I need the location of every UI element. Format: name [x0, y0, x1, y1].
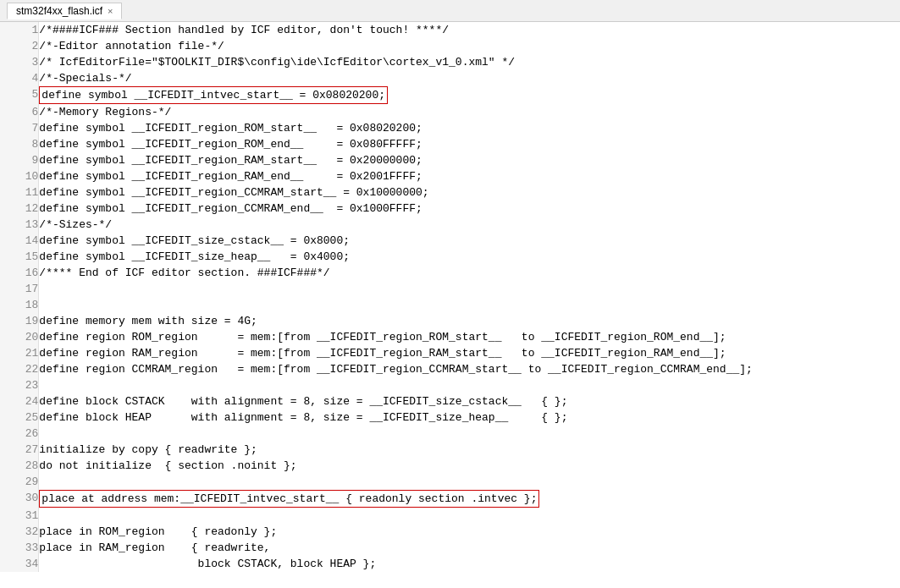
code-cell: define symbol __ICFEDIT_region_CCMRAM_st…: [39, 184, 900, 201]
code-row: 23: [0, 377, 900, 393]
code-row: 12define symbol __ICFEDIT_region_CCMRAM_…: [0, 201, 900, 217]
code-cell: define symbol __ICFEDIT_size_cstack__ = …: [39, 233, 900, 249]
code-row: 4/*-Specials-*/: [0, 70, 900, 86]
code-cell: [39, 297, 900, 313]
code-row: 29: [0, 474, 900, 490]
line-number: 20: [0, 329, 39, 345]
code-cell: block CSTACK, block HEAP };: [39, 556, 900, 572]
code-row: 33place in RAM_region { readwrite,: [0, 540, 900, 556]
code-cell: /* IcfEditorFile="$TOOLKIT_DIR$\config\i…: [39, 54, 900, 70]
code-row: 10define symbol __ICFEDIT_region_RAM_end…: [0, 168, 900, 184]
code-cell: define symbol __ICFEDIT_size_heap__ = 0x…: [39, 249, 900, 265]
boxed-line: place at address mem:__ICFEDIT_intvec_st…: [39, 490, 539, 508]
line-number: 29: [0, 474, 39, 490]
code-row: 19define memory mem with size = 4G;: [0, 313, 900, 329]
line-number: 7: [0, 120, 39, 136]
code-cell: place in RAM_region { readwrite,: [39, 540, 900, 556]
line-number: 2: [0, 38, 39, 54]
code-cell: place in ROM_region { readonly };: [39, 524, 900, 540]
line-number: 17: [0, 281, 39, 297]
line-number: 24: [0, 393, 39, 409]
line-number: 1: [0, 22, 39, 38]
title-bar: stm32f4xx_flash.icf ×: [0, 0, 900, 22]
code-cell: /**** End of ICF editor section. ###ICF#…: [39, 265, 900, 281]
code-row: 31: [0, 508, 900, 524]
code-cell: /*-Editor annotation file-*/: [39, 38, 900, 54]
code-row: 5define symbol __ICFEDIT_intvec_start__ …: [0, 86, 900, 104]
line-number: 32: [0, 524, 39, 540]
code-row: 24define block CSTACK with alignment = 8…: [0, 393, 900, 409]
line-number: 16: [0, 265, 39, 281]
editor-area: 1/*####ICF### Section handled by ICF edi…: [0, 22, 900, 572]
code-cell: initialize by copy { readwrite };: [39, 442, 900, 458]
line-number: 18: [0, 297, 39, 313]
code-row: 32place in ROM_region { readonly };: [0, 524, 900, 540]
code-cell: [39, 281, 900, 297]
code-row: 17: [0, 281, 900, 297]
code-cell: place at address mem:__ICFEDIT_intvec_st…: [39, 490, 900, 508]
code-row: 11define symbol __ICFEDIT_region_CCMRAM_…: [0, 184, 900, 201]
code-row: 28do not initialize { section .noinit };: [0, 458, 900, 474]
code-cell: [39, 377, 900, 393]
code-cell: define block HEAP with alignment = 8, si…: [39, 409, 900, 426]
code-cell: do not initialize { section .noinit };: [39, 458, 900, 474]
code-row: 22define region CCMRAM_region = mem:[fro…: [0, 361, 900, 377]
line-number: 5: [0, 86, 39, 104]
code-cell: define symbol __ICFEDIT_intvec_start__ =…: [39, 86, 900, 104]
line-number: 34: [0, 556, 39, 572]
code-cell: define symbol __ICFEDIT_region_ROM_end__…: [39, 136, 900, 152]
code-row: 25define block HEAP with alignment = 8, …: [0, 409, 900, 426]
code-cell: define symbol __ICFEDIT_region_CCMRAM_en…: [39, 201, 900, 217]
line-number: 22: [0, 361, 39, 377]
line-number: 33: [0, 540, 39, 556]
boxed-line: define symbol __ICFEDIT_intvec_start__ =…: [39, 86, 388, 104]
code-cell: define symbol __ICFEDIT_region_RAM_start…: [39, 152, 900, 168]
code-row: 14define symbol __ICFEDIT_size_cstack__ …: [0, 233, 900, 249]
line-number: 27: [0, 442, 39, 458]
code-cell: [39, 508, 900, 524]
code-cell: [39, 474, 900, 490]
tab-label: stm32f4xx_flash.icf: [16, 5, 102, 17]
line-number: 6: [0, 104, 39, 120]
code-row: 6/*-Memory Regions-*/: [0, 104, 900, 120]
code-row: 15define symbol __ICFEDIT_size_heap__ = …: [0, 249, 900, 265]
code-row: 13/*-Sizes-*/: [0, 217, 900, 233]
code-row: 26: [0, 426, 900, 442]
line-number: 3: [0, 54, 39, 70]
line-number: 11: [0, 184, 39, 201]
line-number: 31: [0, 508, 39, 524]
code-cell: define region RAM_region = mem:[from __I…: [39, 345, 900, 361]
code-row: 30place at address mem:__ICFEDIT_intvec_…: [0, 490, 900, 508]
line-number: 8: [0, 136, 39, 152]
code-row: 9define symbol __ICFEDIT_region_RAM_star…: [0, 152, 900, 168]
code-cell: /*-Memory Regions-*/: [39, 104, 900, 120]
line-number: 28: [0, 458, 39, 474]
line-number: 12: [0, 201, 39, 217]
code-cell: define region CCMRAM_region = mem:[from …: [39, 361, 900, 377]
line-number: 19: [0, 313, 39, 329]
code-row: 34 block CSTACK, block HEAP };: [0, 556, 900, 572]
file-tab[interactable]: stm32f4xx_flash.icf ×: [7, 3, 122, 19]
code-row: 3/* IcfEditorFile="$TOOLKIT_DIR$\config\…: [0, 54, 900, 70]
code-row: 7define symbol __ICFEDIT_region_ROM_star…: [0, 120, 900, 136]
code-cell: define memory mem with size = 4G;: [39, 313, 900, 329]
line-number: 26: [0, 426, 39, 442]
code-cell: [39, 426, 900, 442]
tab-close-icon[interactable]: ×: [108, 6, 113, 16]
line-number: 21: [0, 345, 39, 361]
code-cell: define block CSTACK with alignment = 8, …: [39, 393, 900, 409]
code-row: 8define symbol __ICFEDIT_region_ROM_end_…: [0, 136, 900, 152]
code-cell: define symbol __ICFEDIT_region_ROM_start…: [39, 120, 900, 136]
line-number: 4: [0, 70, 39, 86]
code-table: 1/*####ICF### Section handled by ICF edi…: [0, 22, 900, 572]
line-number: 15: [0, 249, 39, 265]
code-row: 1/*####ICF### Section handled by ICF edi…: [0, 22, 900, 38]
code-row: 21define region RAM_region = mem:[from _…: [0, 345, 900, 361]
line-number: 23: [0, 377, 39, 393]
code-row: 27initialize by copy { readwrite };: [0, 442, 900, 458]
code-row: 16/**** End of ICF editor section. ###IC…: [0, 265, 900, 281]
code-row: 18: [0, 297, 900, 313]
line-number: 10: [0, 168, 39, 184]
code-cell: /*-Specials-*/: [39, 70, 900, 86]
code-cell: /*-Sizes-*/: [39, 217, 900, 233]
